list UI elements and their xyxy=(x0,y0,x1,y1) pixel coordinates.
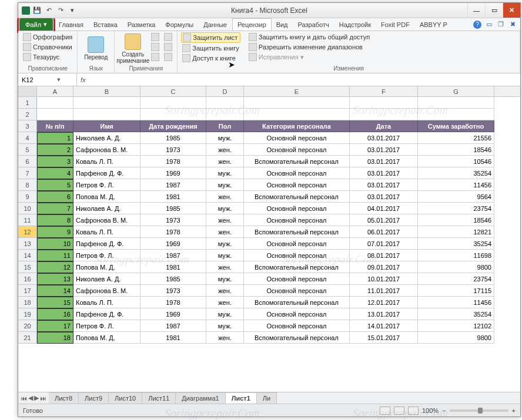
row-header[interactable]: 21 xyxy=(18,332,37,344)
row-header[interactable]: 8 xyxy=(18,179,37,191)
protect-workbook-button[interactable]: Защитить книгу xyxy=(181,43,240,53)
cell[interactable]: жен. xyxy=(206,297,244,308)
cell[interactable]: 1969 xyxy=(140,167,206,179)
cell[interactable]: 18 xyxy=(37,332,73,344)
allow-ranges-button[interactable]: Разрешить изменение диапазонов xyxy=(247,42,371,52)
cell[interactable]: 1981 xyxy=(140,261,206,273)
cell[interactable]: жен. xyxy=(206,285,244,297)
cell[interactable]: 12.01.2017 xyxy=(350,297,418,308)
cell[interactable]: 1985 xyxy=(140,132,206,144)
sheet-nav-last-icon[interactable]: ⏭ xyxy=(40,395,46,402)
cell[interactable]: 11456 xyxy=(418,179,494,191)
redo-icon[interactable]: ↷ xyxy=(56,6,65,15)
cell[interactable]: 06.01.2017 xyxy=(350,226,418,238)
cell[interactable]: Парфенов Д. Ф. xyxy=(73,167,140,179)
protect-share-button[interactable]: Защитить книгу и дать общий доступ xyxy=(247,32,371,42)
row-header[interactable]: 1 xyxy=(18,97,37,109)
cell[interactable]: 03.01.2017 xyxy=(350,191,418,203)
minimize-button[interactable]: ― xyxy=(467,3,485,18)
sheet-tab[interactable]: Ли xyxy=(257,392,277,404)
cell[interactable]: 4 xyxy=(37,167,73,179)
cell[interactable]: 14.01.2017 xyxy=(350,320,418,332)
cell[interactable]: жен. xyxy=(206,332,244,344)
cell[interactable]: 12 xyxy=(37,261,73,273)
maximize-button[interactable]: ▭ xyxy=(485,3,503,18)
cell[interactable]: 1987 xyxy=(140,179,206,191)
cell[interactable]: 13 xyxy=(37,273,73,285)
cell[interactable]: жен. xyxy=(206,144,244,156)
cell[interactable]: 14 xyxy=(37,285,73,297)
protect-sheet-button[interactable]: Защитить лист xyxy=(181,32,240,43)
cell[interactable]: муж. xyxy=(206,273,244,285)
row-header[interactable]: 17 xyxy=(18,285,37,297)
cell[interactable] xyxy=(140,109,206,120)
sheet-tab[interactable]: Лист1 xyxy=(226,392,257,404)
cell[interactable]: 04.01.2017 xyxy=(350,203,418,214)
cell[interactable]: 16 xyxy=(37,308,73,320)
cell[interactable]: 23754 xyxy=(418,273,494,285)
cell[interactable]: 11 xyxy=(37,250,73,261)
next-comment-button[interactable] xyxy=(150,52,160,62)
col-header-E[interactable]: E xyxy=(244,86,350,96)
cell[interactable]: Попова М. Д. xyxy=(73,332,140,344)
ribbon-tab-6[interactable]: Вид xyxy=(272,18,293,31)
sheet-nav-prev-icon[interactable]: ◀ xyxy=(28,394,33,402)
cell[interactable]: 2 xyxy=(37,144,73,156)
row-header[interactable]: 16 xyxy=(18,273,37,285)
cell[interactable]: 11.01.2017 xyxy=(350,285,418,297)
zoom-slider[interactable] xyxy=(450,409,508,412)
cell[interactable]: Дата рождения xyxy=(140,120,206,132)
cell[interactable]: 03.01.2017 xyxy=(350,167,418,179)
cell[interactable]: Вспомогательный персонал xyxy=(244,261,350,273)
ribbon-tab-5[interactable]: Рецензир xyxy=(232,18,272,31)
cell[interactable]: жен. xyxy=(206,226,244,238)
mdi-close-icon[interactable]: ✖ xyxy=(508,21,517,29)
cell[interactable]: 12102 xyxy=(418,320,494,332)
row-header[interactable]: 20 xyxy=(18,320,37,332)
cell[interactable]: 7 xyxy=(37,203,73,214)
cell[interactable]: Сафронова В. М. xyxy=(73,214,140,226)
share-workbook-button[interactable]: Доступ к книге xyxy=(181,53,240,63)
ribbon-tab-0[interactable]: Главная xyxy=(54,18,89,31)
row-header[interactable]: 18 xyxy=(18,297,37,308)
cell[interactable]: Категория персонала xyxy=(244,120,350,132)
col-header-B[interactable]: B xyxy=(73,86,140,96)
ribbon-tab-7[interactable]: Разработч xyxy=(293,18,334,31)
cell[interactable]: жен. xyxy=(206,191,244,203)
cell[interactable] xyxy=(418,97,494,109)
cell[interactable]: 11456 xyxy=(418,297,494,308)
close-button[interactable]: ✕ xyxy=(503,3,520,18)
cell[interactable]: Имя xyxy=(73,120,140,132)
row-header[interactable]: 12 xyxy=(18,226,37,238)
cell[interactable]: муж. xyxy=(206,132,244,144)
cell[interactable]: 9800 xyxy=(418,261,494,273)
cell[interactable]: Петров Ф. Л. xyxy=(73,320,140,332)
cell[interactable]: Попова М. Д. xyxy=(73,261,140,273)
cell[interactable] xyxy=(350,97,418,109)
cell[interactable]: жен. xyxy=(206,214,244,226)
col-header-D[interactable]: D xyxy=(206,86,244,96)
cell[interactable]: 1985 xyxy=(140,273,206,285)
cell[interactable]: 07.01.2017 xyxy=(350,238,418,250)
cell[interactable]: Дата xyxy=(350,120,418,132)
cell[interactable]: Сафронова В. М. xyxy=(73,144,140,156)
cell[interactable]: 17115 xyxy=(418,285,494,297)
row-header[interactable]: 6 xyxy=(18,156,37,167)
cell[interactable]: 8 xyxy=(37,214,73,226)
new-comment-button[interactable]: Создать примечание xyxy=(118,32,148,65)
cell[interactable]: Основной персонал xyxy=(244,285,350,297)
cell[interactable]: муж. xyxy=(206,167,244,179)
row-header[interactable]: 9 xyxy=(18,191,37,203)
prev-comment-button[interactable] xyxy=(150,42,160,52)
sheet-tab[interactable]: Диаграмма1 xyxy=(176,392,225,404)
view-layout-button[interactable] xyxy=(394,406,404,415)
ribbon-tab-9[interactable]: Foxit PDF xyxy=(376,18,415,31)
show-ink-button[interactable] xyxy=(163,52,173,62)
row-header[interactable]: 2 xyxy=(18,109,37,120)
cell[interactable]: 10.01.2017 xyxy=(350,273,418,285)
translate-button[interactable]: Перевод xyxy=(81,32,111,65)
cell[interactable]: Основной персонал xyxy=(244,238,350,250)
cell[interactable]: муж. xyxy=(206,203,244,214)
col-header-F[interactable]: F xyxy=(350,86,418,96)
ribbon-minimize-icon[interactable]: ▭ xyxy=(485,21,493,29)
